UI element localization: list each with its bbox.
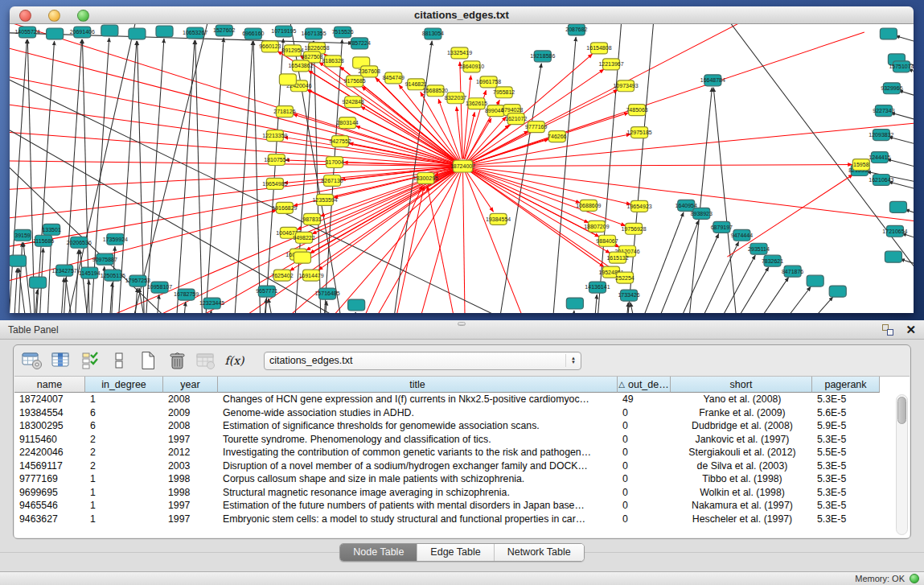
network-node[interactable] — [47, 28, 64, 39]
cell[interactable]: 6 — [85, 419, 163, 433]
network-node[interactable] — [101, 25, 118, 36]
cell[interactable]: 19384554 — [14, 406, 85, 420]
import-table-icon[interactable] — [195, 350, 216, 371]
cell[interactable]: 2008 — [163, 419, 218, 433]
tab-edge-table[interactable]: Edge Table — [417, 544, 494, 561]
new-table-icon[interactable] — [137, 350, 158, 371]
network-node[interactable] — [279, 74, 296, 85]
close-panel-icon[interactable]: ✕ — [906, 323, 916, 336]
cell[interactable]: Changes of HCN gene expression and I(f) … — [218, 393, 618, 406]
column-header-pagerank[interactable]: pagerank — [812, 377, 880, 393]
column-header-name[interactable]: name — [14, 377, 85, 393]
cell[interactable]: 0 — [618, 499, 671, 513]
cell[interactable]: 18724007 — [14, 393, 85, 406]
table-row[interactable]: 946362711997Embryonic stem cells: a mode… — [14, 513, 910, 526]
cell[interactable]: 1997 — [163, 433, 218, 447]
table-scrollbar[interactable] — [896, 394, 908, 535]
cell[interactable]: 22420046 — [14, 446, 85, 459]
cell[interactable]: 9465546 — [14, 499, 85, 513]
close-window-button[interactable] — [19, 10, 31, 22]
cell[interactable]: 0 — [618, 459, 671, 473]
table-row[interactable]: 1830029562008Estimation of significance … — [14, 419, 910, 433]
network-graph[interactable]: 1405572420691406106532671527602696616010… — [10, 24, 914, 313]
cell[interactable]: 5.6E-5 — [812, 406, 880, 420]
cell[interactable]: 0 — [618, 419, 671, 433]
network-node[interactable] — [156, 26, 173, 37]
cell[interactable]: 9115460 — [14, 433, 85, 447]
cell[interactable]: Disruption of a novel member of a sodium… — [218, 459, 618, 473]
cell[interactable]: Franke et al. (2009) — [671, 406, 812, 420]
cell[interactable]: 2012 — [163, 446, 218, 459]
cell[interactable]: Investigating the contribution of common… — [218, 446, 618, 459]
cell[interactable]: Estimation of the future numbers of pati… — [218, 499, 618, 513]
cell[interactable]: 2008 — [163, 393, 218, 406]
column-header-title[interactable]: title — [218, 377, 618, 393]
cell[interactable]: 1998 — [163, 486, 218, 500]
cell[interactable]: Structural magnetic resonance image aver… — [218, 486, 618, 500]
column-header-in_degree[interactable]: in_degree — [85, 377, 163, 393]
cell[interactable]: 2 — [85, 459, 163, 473]
cell[interactable]: 1 — [85, 499, 163, 513]
column-header-year[interactable]: year — [163, 377, 218, 393]
memory-ok-indicator[interactable] — [910, 574, 919, 583]
column-chooser-icon[interactable] — [108, 350, 129, 371]
function-builder-icon[interactable]: f(x) — [224, 350, 245, 371]
select-columns-icon[interactable] — [50, 350, 72, 371]
tab-node-table[interactable]: Node Table — [340, 544, 417, 561]
network-window-titlebar[interactable]: citations_edges.txt — [10, 6, 914, 24]
cell[interactable]: 1998 — [163, 472, 218, 486]
table-settings-icon[interactable] — [21, 350, 43, 371]
select-attributes-icon[interactable] — [79, 350, 101, 371]
cell[interactable]: Tourette syndrome. Phenomenology and cla… — [218, 433, 618, 447]
cell[interactable]: 9463627 — [14, 513, 85, 526]
cell[interactable]: 1 — [85, 393, 163, 406]
cell[interactable]: 0 — [618, 513, 671, 526]
zoom-window-button[interactable] — [77, 10, 89, 22]
cell[interactable]: 49 — [618, 393, 671, 406]
table-selector-dropdown[interactable]: citations_edges.txt ▲▼ — [264, 352, 581, 370]
cell[interactable]: Estimation of significance thresholds fo… — [218, 419, 618, 433]
cell[interactable]: Tibbo et al. (1998) — [671, 472, 812, 486]
network-node[interactable] — [129, 28, 146, 39]
table-row[interactable]: 1938455462009Genome-wide association stu… — [14, 406, 910, 420]
cell[interactable]: 5.3E-5 — [812, 486, 880, 500]
cell[interactable]: 5.3E-5 — [812, 499, 880, 513]
cell[interactable]: 1 — [85, 513, 163, 526]
table-row[interactable]: 1872400712008Changes of HCN gene express… — [14, 393, 910, 406]
cell[interactable]: 14569117 — [14, 459, 85, 473]
cell[interactable]: 5.3E-5 — [812, 459, 880, 473]
cell[interactable]: 5.3E-5 — [812, 393, 880, 406]
network-node[interactable] — [30, 277, 47, 288]
scrollbar-thumb[interactable] — [897, 397, 906, 424]
network-node[interactable] — [348, 299, 365, 311]
cell[interactable]: 0 — [618, 446, 671, 459]
cell[interactable]: 2003 — [163, 459, 218, 473]
cell[interactable]: 5.9E-5 — [812, 419, 880, 433]
delete-table-icon[interactable] — [166, 350, 187, 371]
cell[interactable]: 5.3E-5 — [812, 472, 880, 486]
cell[interactable]: 6 — [85, 406, 163, 420]
network-node[interactable] — [10, 255, 27, 266]
cell[interactable]: 5.5E-5 — [812, 446, 880, 459]
cell[interactable]: de Silva et al. (2003) — [671, 459, 812, 473]
network-node[interactable] — [566, 298, 583, 309]
cell[interactable]: 2 — [85, 446, 163, 459]
cell[interactable]: 1 — [85, 486, 163, 500]
cell[interactable]: 0 — [618, 433, 671, 447]
cell[interactable]: Yano et al. (2008) — [671, 393, 812, 406]
table-row[interactable]: 946554611997Estimation of the future num… — [14, 499, 910, 513]
network-node[interactable] — [807, 275, 823, 286]
cell[interactable]: 0 — [618, 486, 671, 500]
column-header-out_de[interactable]: △out_de… — [618, 377, 671, 393]
cell[interactable]: 0 — [618, 406, 671, 420]
network-canvas[interactable]: 1405572420691406106532671527602696616010… — [10, 24, 914, 313]
cell[interactable]: 9777169 — [14, 472, 85, 486]
cell[interactable]: 2009 — [163, 406, 218, 420]
network-node[interactable] — [294, 252, 310, 263]
panel-splitter-handle[interactable] — [458, 322, 466, 326]
cell[interactable]: 5.3E-5 — [812, 433, 880, 447]
cell[interactable]: Nakamura et al. (1997) — [671, 499, 812, 513]
network-node[interactable] — [880, 28, 897, 39]
cell[interactable]: Jankovic et al. (1997) — [671, 433, 812, 447]
minimize-window-button[interactable] — [48, 10, 60, 22]
